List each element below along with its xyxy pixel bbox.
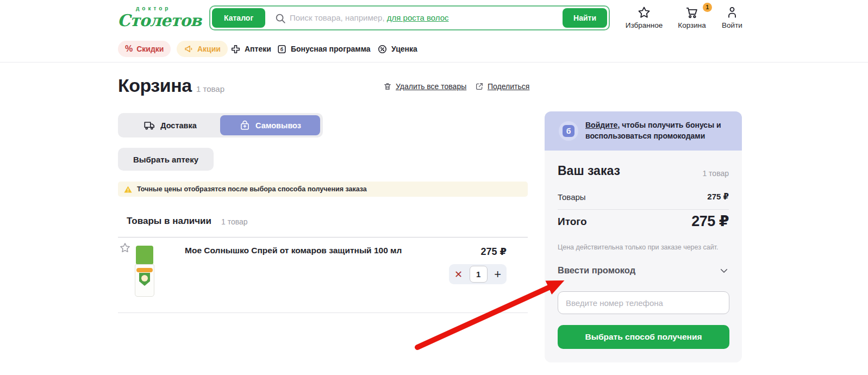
brand-logo-name: Столетов <box>117 11 201 30</box>
nav-item-discounts[interactable]: % Скидки <box>118 41 171 57</box>
tab-delivery[interactable]: Доставка <box>120 115 220 135</box>
bonus-icon: б <box>559 121 578 141</box>
page-item-count: 1 товар <box>196 84 224 93</box>
search-submit-button[interactable]: Найти <box>563 8 607 28</box>
nav-item-markdown[interactable]: Уценка <box>375 41 420 57</box>
bonus-b-icon: б <box>277 44 287 54</box>
truck-icon <box>143 120 155 132</box>
total-label: Итого <box>558 216 587 228</box>
favorites-button[interactable]: Избранное <box>623 5 665 29</box>
percent-icon: % <box>125 44 133 54</box>
fulfillment-tabs: Доставка Самовывоз <box>118 113 323 138</box>
in-stock-section-count: 1 товар <box>221 217 248 226</box>
promo-code-toggle[interactable]: Ввести промокод <box>558 265 729 276</box>
summary-divider <box>558 209 729 210</box>
warning-triangle-icon <box>123 185 133 194</box>
price-disclaimer: Цена действительна только при заказе чер… <box>558 243 718 251</box>
login-link[interactable]: Войдите <box>585 121 617 129</box>
bottle-cap <box>136 246 153 264</box>
cart-icon <box>685 5 699 20</box>
nav-item-promotions[interactable]: Акции <box>177 41 228 57</box>
share-link[interactable]: Поделиться <box>475 82 529 91</box>
product-list-divider <box>118 312 528 313</box>
delete-all-link[interactable]: Удалить все товары <box>383 82 466 91</box>
page-title: Корзина <box>118 75 192 96</box>
share-icon <box>475 82 484 91</box>
search-bar: Каталог Поиск товара, например, для рост… <box>209 5 610 30</box>
nav-item-bonus-program[interactable]: б Бонусная программа <box>274 41 373 57</box>
pharmacy-cross-icon <box>230 44 241 54</box>
order-summary-count: 1 товар <box>702 169 729 178</box>
login-button[interactable]: Войти <box>717 5 747 29</box>
tab-pickup-selected[interactable]: Самовывоз <box>220 115 320 135</box>
login-bonus-banner: б Войдите, чтобы получить бонусы и воспо… <box>545 111 742 151</box>
header-divider <box>0 62 868 62</box>
login-bonus-text: Войдите, чтобы получить бонусы и восполь… <box>585 120 733 141</box>
order-summary-card: б Войдите, чтобы получить бонусы и воспо… <box>545 111 742 362</box>
megaphone-icon <box>184 44 193 54</box>
catalog-button[interactable]: Каталог <box>212 8 265 28</box>
in-stock-section-title: Товары в наличии <box>127 216 211 227</box>
favorites-label: Избранное <box>623 21 665 29</box>
remove-item-button[interactable]: ✕ <box>454 270 463 279</box>
cart-button[interactable]: 1 Корзина <box>673 5 711 29</box>
total-price: 275 ₽ <box>691 212 729 230</box>
quantity-stepper: ✕ 1 + <box>449 264 507 284</box>
product-image[interactable] <box>132 246 157 297</box>
brand-logo[interactable]: доктор Столетов <box>117 4 199 33</box>
increase-quantity-button[interactable]: + <box>494 268 501 280</box>
items-price: 275 ₽ <box>707 192 729 202</box>
phone-input[interactable] <box>558 291 729 314</box>
section-divider <box>118 237 528 238</box>
cart-page: доктор Столетов Каталог Поиск товара, на… <box>0 0 868 375</box>
star-icon <box>637 5 651 20</box>
trash-icon <box>383 82 392 91</box>
price-warning-banner: Точные цены отобразятся после выбора спо… <box>118 182 528 197</box>
order-summary-title: Ваш заказ <box>558 164 620 178</box>
items-label: Товары <box>558 192 586 202</box>
search-suggestion-link[interactable]: для роста волос <box>387 13 449 22</box>
login-label: Войти <box>717 21 747 29</box>
choose-fulfillment-button[interactable]: Выбрать способ получения <box>558 325 729 349</box>
choose-pharmacy-button[interactable]: Выбрать аптеку <box>118 148 214 171</box>
product-price: 275 ₽ <box>430 246 507 258</box>
cart-label: Корзина <box>673 21 711 29</box>
pickup-bag-icon <box>239 120 251 131</box>
markdown-circle-icon <box>377 44 388 54</box>
product-favorite-star-icon[interactable] <box>119 242 131 254</box>
chevron-down-icon[interactable] <box>719 266 729 276</box>
bottle-body <box>135 264 154 297</box>
cart-badge: 1 <box>703 3 712 12</box>
quantity-value[interactable]: 1 <box>470 266 488 283</box>
nav-item-pharmacies[interactable]: Аптеки <box>228 41 273 57</box>
person-icon <box>725 5 739 20</box>
product-title-link[interactable]: Мое Солнышко Спрей от комаров защитный 1… <box>185 246 440 255</box>
svg-text:б: б <box>280 47 284 52</box>
